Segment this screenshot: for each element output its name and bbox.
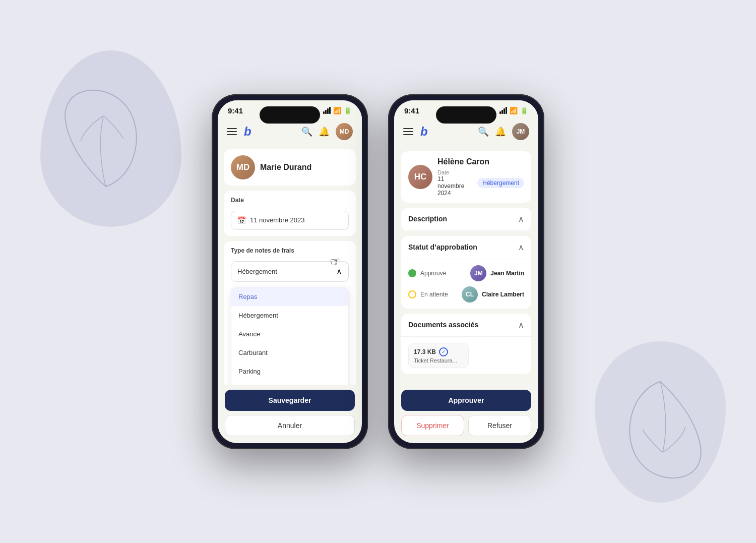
description-title: Description (408, 215, 447, 223)
signal-icon-2 (499, 107, 507, 114)
dynamic-island-1 (260, 106, 320, 124)
dropdown-item-hebergement[interactable]: Hébergement (231, 306, 348, 325)
approver-avatar-jean: JM (470, 265, 486, 281)
approval-row-claire: En attente CL Claire Lambert (408, 286, 524, 303)
user-header-1: MD Marie Durand (224, 149, 356, 186)
dropdown-item-repas[interactable]: Repas (231, 287, 348, 306)
chevron-up-icon-1: ∧ (336, 267, 342, 276)
description-header[interactable]: Description ∧ (401, 208, 531, 231)
approve-button[interactable]: Approuver (401, 390, 531, 411)
phone-1-screen: 9:41 📶 🔋 b (218, 100, 362, 443)
user-header-2: HC Hélène Caron Date 11 novembre 2024 Hé… (401, 151, 531, 203)
nav-left-2: b (403, 125, 428, 139)
type-label-1: Type de notes de frais (231, 247, 349, 254)
dropdown-item-carburant[interactable]: Carburant (231, 343, 348, 362)
dropdown-item-parking[interactable]: Parking (231, 362, 348, 381)
screen-content-2: HC Hélène Caron Date 11 novembre 2024 Hé… (394, 145, 538, 385)
nav-avatar-2[interactable]: JM (512, 123, 529, 140)
logo-2: b (420, 125, 428, 139)
cancel-button[interactable]: Annuler (225, 415, 355, 436)
bell-icon-2[interactable]: 🔔 (495, 126, 506, 137)
calendar-icon-1: 📅 (237, 216, 246, 224)
approval-header[interactable]: Statut d’approbation ∧ (401, 236, 531, 259)
dropdown-item-taxi[interactable]: Taxi (231, 381, 348, 385)
documents-chevron: ∧ (518, 320, 524, 330)
screen-content-1: MD Marie Durand Date 📅 11 novembre 2023 … (218, 145, 362, 385)
approval-label-approved: Approuvé (420, 270, 466, 277)
helene-date-info: Date 11 novembre 2024 (437, 169, 472, 197)
description-section: Description ∧ (401, 208, 531, 231)
phone-2: 9:41 📶 🔋 b (388, 94, 544, 449)
description-chevron: ∧ (518, 214, 524, 224)
hebergement-tag: Hébergement (477, 178, 524, 188)
wifi-icon-2: 📶 (510, 107, 518, 114)
status-time-2: 9:41 (404, 106, 419, 115)
doc-check-icon-2 (439, 347, 448, 356)
documents-title: Documents associés (408, 321, 478, 329)
doc-name-2: Ticket Restaura... (414, 357, 463, 364)
battery-icon-1: 🔋 (344, 107, 352, 114)
helene-date-value: 11 novembre 2024 (437, 175, 472, 197)
status-dot-approved (408, 269, 416, 277)
deco-leaf-right (620, 377, 711, 493)
approver-name-jean: Jean Martin (490, 270, 524, 277)
logo-1: b (244, 125, 251, 139)
documents-section: Documents associés ∧ 17.3 KB Ticket Rest… (401, 314, 531, 374)
approval-chevron: ∧ (518, 243, 524, 252)
btn-row-2: Supprimer Refuser (401, 415, 531, 436)
document-card-2: 17.3 KB Ticket Restaura... (408, 343, 469, 368)
approver-avatar-claire: CL (462, 286, 478, 303)
phones-container: 9:41 📶 🔋 b (212, 94, 544, 449)
wifi-icon-1: 📶 (333, 107, 341, 114)
approval-title: Statut d’approbation (408, 243, 477, 251)
save-button[interactable]: Sauvegarder (225, 390, 355, 411)
helene-date-label: Date (437, 169, 472, 175)
bottom-buttons-1: Sauvegarder Annuler (218, 385, 362, 443)
deco-leaf-left (55, 76, 156, 202)
bell-icon-1[interactable]: 🔔 (319, 126, 330, 137)
dropdown-value-1: Hébergement (237, 268, 277, 275)
type-section-1: Type de notes de frais Hébergement ∧ Rep… (224, 241, 356, 385)
nav-right-1: 🔍 🔔 MD (301, 123, 353, 140)
phone-2-screen: 9:41 📶 🔋 b (394, 100, 538, 443)
date-value-1: 11 novembre 2023 (250, 216, 304, 224)
menu-button-2[interactable] (403, 128, 413, 135)
dropdown-trigger-1[interactable]: Hébergement ∧ (231, 261, 349, 282)
refuse-button[interactable]: Refuser (468, 415, 531, 436)
menu-button-1[interactable] (227, 128, 237, 135)
approver-name-claire: Claire Lambert (482, 291, 524, 298)
user-name-2: Hélène Caron (437, 157, 524, 166)
doc-size-2: 17.3 KB (414, 348, 436, 355)
status-icons-1: 📶 🔋 (323, 107, 352, 114)
date-field-1[interactable]: 📅 11 novembre 2023 (231, 211, 349, 230)
signal-icon-1 (323, 107, 331, 114)
user-avatar-2: HC (408, 165, 432, 189)
status-dot-pending (408, 290, 416, 298)
nav-avatar-1[interactable]: MD (336, 123, 353, 140)
status-time-1: 9:41 (228, 106, 243, 115)
delete-button[interactable]: Supprimer (401, 415, 464, 436)
search-icon-1[interactable]: 🔍 (301, 126, 312, 137)
phone-1: 9:41 📶 🔋 b (212, 94, 368, 449)
date-section-1: Date 📅 11 novembre 2023 (224, 191, 356, 236)
nav-left-1: b (227, 125, 251, 139)
user-avatar-1: MD (231, 155, 255, 179)
date-label-1: Date (231, 197, 349, 204)
approval-label-pending: En attente (420, 291, 458, 298)
dropdown-item-avance[interactable]: Avance (231, 325, 348, 343)
dropdown-menu-1: Repas Hébergement Avance Carburant Parki… (231, 287, 349, 385)
nav-right-2: 🔍 🔔 JM (478, 123, 529, 140)
bottom-buttons-2: Approuver Supprimer Refuser (394, 385, 538, 443)
documents-header[interactable]: Documents associés ∧ (401, 314, 531, 337)
doc-size-row-2: 17.3 KB (414, 347, 463, 356)
approval-section: Statut d’approbation ∧ Approuvé JM Jean … (401, 236, 531, 309)
user-name-1: Marie Durand (260, 163, 311, 172)
helene-header-info: Hélène Caron Date 11 novembre 2024 Héber… (437, 157, 524, 197)
status-icons-2: 📶 🔋 (499, 107, 528, 114)
search-icon-2[interactable]: 🔍 (478, 126, 489, 137)
dynamic-island-2 (436, 106, 496, 124)
documents-body: 17.3 KB Ticket Restaura... (401, 337, 531, 374)
approval-row-jean: Approuvé JM Jean Martin (408, 265, 524, 281)
battery-icon-2: 🔋 (520, 107, 528, 114)
approval-body: Approuvé JM Jean Martin En attente CL Cl… (401, 259, 531, 309)
